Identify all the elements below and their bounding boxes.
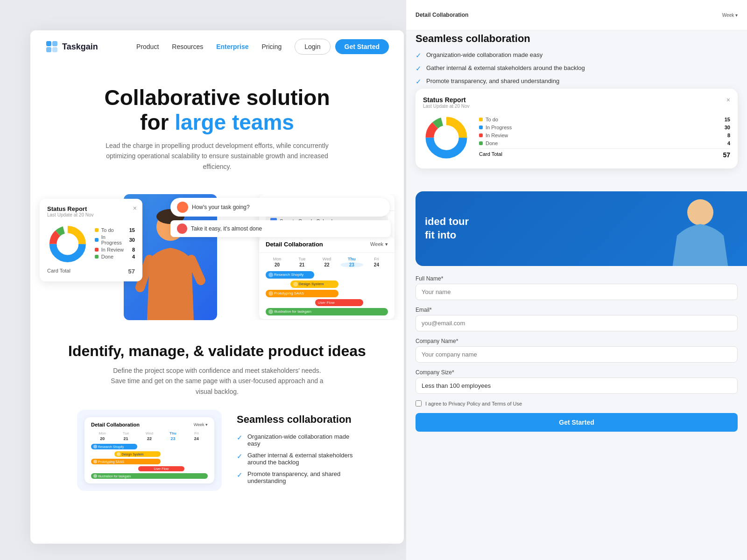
legend-dot-done	[95, 255, 99, 259]
check-icon-3: ✓	[237, 471, 243, 479]
hero-dashboard: × Status Report Last Update at 20 Nov To…	[30, 194, 404, 320]
rp-banner-person	[663, 194, 738, 266]
take-easy-banner: Take it easy, it's almost done	[170, 220, 391, 237]
seamless-collab-section: Seamless collaboration ✓ Organization-wi…	[237, 410, 357, 489]
mini-day-mon-label: Mon	[91, 431, 113, 435]
legend-inreview: In Review 8	[95, 247, 135, 252]
close-icon[interactable]: ×	[133, 204, 137, 212]
agree-checkbox[interactable]	[416, 400, 422, 406]
rp-legend-progress: In Progress 30	[479, 125, 730, 130]
hero-subtitle: Lead the charge in propelling product de…	[105, 140, 329, 172]
rp-banner-text: ided tour fit into	[425, 215, 469, 242]
hero-title: Collaborative solution for large teams	[58, 85, 376, 135]
seamless-points: ✓ Organization-wide collaboration made e…	[237, 433, 357, 484]
logo[interactable]: Taskgain	[45, 40, 98, 53]
task-user-flow: User Flow	[315, 299, 364, 306]
mini-tasks-area: Research Shopify Design System Prototypi…	[91, 444, 208, 479]
day-num-21: 21	[290, 262, 313, 267]
day-num-22: 22	[315, 262, 338, 267]
card-total: Card Total 57	[47, 268, 135, 275]
day-wed-label: Wed	[315, 257, 338, 261]
collab-card: Detail Collaboration Week ▾ Mon Tue Wed …	[259, 236, 395, 319]
company-label: Company Name*	[416, 338, 738, 344]
agree-row: I agree to Privacy Policy and Terms of U…	[416, 400, 738, 406]
day-thu-label: Thu	[340, 257, 363, 261]
form-group-size: Company Size* Less than 100 employees 10…	[416, 369, 738, 394]
email-label: Email*	[416, 307, 738, 313]
svg-rect-18	[686, 240, 714, 266]
svg-point-17	[687, 199, 713, 225]
seamless-title: Seamless collaboration	[237, 413, 357, 426]
howstask-popup: How's your task going?	[170, 198, 390, 217]
legend-inprogress: In Progress 30	[95, 234, 135, 245]
hero-title-blue: large teams	[175, 110, 294, 134]
nav-enterprise[interactable]: Enterprise	[216, 43, 248, 50]
rp-status-card: Status Report Last Update at 20 Nov × To…	[416, 89, 738, 168]
mini-task-prototyping: Prototyping SAAS	[91, 459, 161, 464]
svg-point-16	[435, 126, 458, 149]
take-easy-avatar	[177, 224, 187, 234]
mini-day-fri-label: Fri	[185, 431, 208, 435]
collab-grid: Mon Tue Wed Thu Fri 20 21 22 23 24	[259, 253, 395, 319]
rp-donut-chart	[423, 114, 470, 161]
mini-task-illustration: Illustration for taskgain	[91, 473, 208, 479]
rp-dot-todo	[479, 118, 483, 121]
navbar: Taskgain Product Resources Enterprise Pr…	[30, 30, 404, 63]
mini-day-thu-label: Thu	[162, 431, 184, 435]
task-illustration: Illustration for taskgain	[266, 308, 388, 315]
mini-day-num-24: 24	[185, 436, 208, 441]
day-num-24: 24	[365, 262, 388, 267]
rp-seamless: Seamless collaboration ✓ Organization-wi…	[416, 33, 738, 91]
bottom-section: Detail Collaboration Week ▾ Mon Tue Wed …	[58, 410, 376, 510]
section2-subtitle: Define the project scope with confidence…	[110, 365, 324, 397]
svg-point-8	[57, 234, 78, 254]
mini-day-num-23: 23	[162, 436, 184, 441]
rp-week-label: Week ▾	[722, 13, 738, 18]
nav-pricing[interactable]: Pricing	[261, 43, 282, 50]
svg-rect-0	[46, 41, 51, 46]
mini-task-design: Design System	[114, 451, 161, 457]
nav-resources[interactable]: Resources	[172, 43, 203, 50]
rp-check-icon-1: ✓	[416, 51, 422, 60]
full-name-input[interactable]	[416, 284, 738, 300]
email-input[interactable]	[416, 315, 738, 331]
collab-header: Detail Collaboration Week ▾	[259, 236, 395, 253]
rp-legend-review: In Review 8	[479, 133, 730, 138]
day-fri-label: Fri	[365, 257, 388, 261]
mini-collab-title: Detail Collaboration	[91, 422, 140, 427]
legend-list: To do 15 In Progress 30 In Review 8	[95, 227, 135, 261]
rp-dot-done	[479, 141, 483, 145]
mini-collab-card: Detail Collaboration Week ▾ Mon Tue Wed …	[85, 417, 214, 483]
company-input[interactable]	[416, 346, 738, 363]
mini-day-num-20: 20	[91, 436, 113, 441]
rp-top-bar: Detail Collaboration Week ▾	[406, 0, 747, 30]
rp-legend-done: Done 4	[479, 140, 730, 146]
main-page: Taskgain Product Resources Enterprise Pr…	[30, 30, 404, 544]
mini-day-num-22: 22	[138, 436, 161, 441]
legend-dot-review	[95, 248, 99, 252]
right-panel: Detail Collaboration Week ▾ Seamless col…	[406, 0, 747, 560]
nav-product[interactable]: Product	[136, 43, 159, 50]
mini-task-research: Research Shopify	[91, 444, 137, 449]
company-size-select[interactable]: Less than 100 employees 100-500 employee…	[416, 378, 738, 394]
mini-day-num-21: 21	[114, 436, 137, 441]
get-started-button[interactable]: Get Started	[335, 39, 389, 54]
rp-dot-review	[479, 133, 483, 137]
form-group-company: Company Name*	[416, 338, 738, 363]
seamless-point-3: ✓ Promote transparency, and shared under…	[237, 470, 357, 484]
chevron-down-icon: ▾	[385, 241, 388, 247]
user-avatar	[177, 202, 188, 213]
nav-links: Product Resources Enterprise Pricing	[136, 43, 282, 50]
check-icon-1: ✓	[237, 434, 243, 442]
donut-wrapper: To do 15 In Progress 30 In Review 8	[47, 223, 135, 265]
mini-week-selector[interactable]: Week ▾	[194, 422, 208, 427]
week-selector[interactable]: Week ▾	[370, 241, 388, 247]
banner-person-silhouette	[663, 194, 738, 266]
login-button[interactable]: Login	[295, 39, 330, 55]
rp-point-3: ✓ Promote transparency, and shared under…	[416, 77, 738, 86]
rp-legend-todo: To do 15	[479, 117, 730, 122]
legend-dot-progress	[95, 238, 99, 242]
rp-close-icon[interactable]: ×	[726, 96, 730, 104]
donut-chart	[47, 223, 88, 265]
form-submit-button[interactable]: Get Started	[416, 413, 738, 432]
